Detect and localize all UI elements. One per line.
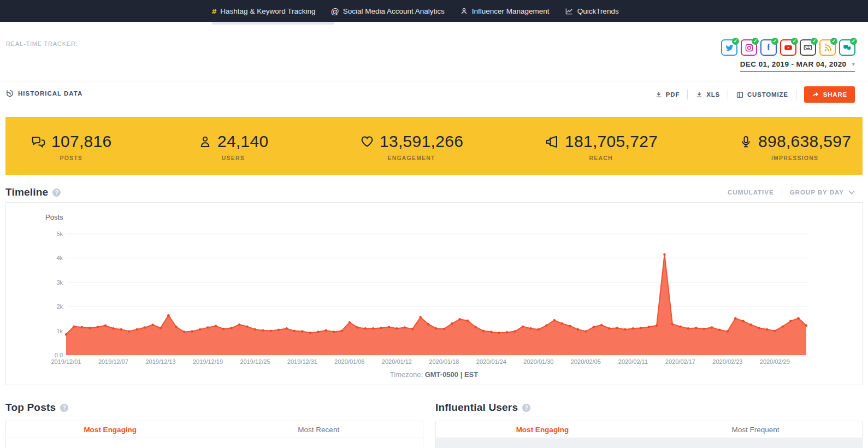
cumulative-toggle[interactable]: CUMULATIVE (728, 189, 774, 196)
facebook-toggle[interactable]: f ✓ (760, 39, 777, 56)
toolbar-separator (796, 90, 796, 99)
trend-chart-icon (565, 7, 574, 15)
tab-social-media-account-analytics[interactable]: @ Social Media Account Analytics (330, 0, 444, 22)
top-posts-header: Top Posts ? (5, 402, 68, 414)
tab-most-engaging[interactable]: Most Engaging (436, 421, 649, 438)
twitter-toggle[interactable]: ✓ (721, 39, 737, 56)
rss-toggle[interactable]: ✓ (819, 39, 836, 56)
youtube-icon (783, 43, 793, 52)
y-axis-tick: 0.0 (55, 352, 63, 358)
export-toolbar: PDF XLS CUSTOMIZE SHARE (655, 86, 855, 103)
summary-stats-banner: 107,816 POSTS 24,140 USERS 13,591,266 EN… (5, 117, 863, 175)
toolbar-separator (728, 90, 728, 99)
timeline-header: Timeline ? (5, 186, 61, 198)
tab-most-frequent[interactable]: Most Frequent (649, 421, 862, 438)
help-icon[interactable]: ? (52, 188, 61, 197)
tab-quicktrends[interactable]: QuickTrends (565, 0, 619, 22)
forums-toggle[interactable]: ✓ (839, 39, 855, 56)
share-label: SHARE (823, 91, 847, 98)
x-axis-tick: 2020/01/30 (523, 358, 553, 365)
stat-impressions: 898,638,597 IMPRESSIONS (739, 132, 851, 161)
instagram-icon (745, 43, 754, 52)
connected-check-icon: ✓ (771, 38, 778, 45)
x-axis-tick: 2019/12/19 (193, 358, 223, 365)
x-axis-tick: 2019/12/31 (287, 358, 317, 365)
x-axis-tick: 2019/12/01 (51, 358, 81, 365)
area-series (66, 255, 806, 355)
timeline-title: Timeline (5, 186, 48, 198)
y-axis-tick: 3k (56, 279, 63, 286)
xls-button[interactable]: XLS (695, 91, 720, 98)
columns-icon (736, 91, 744, 99)
stat-value: 107,816 (51, 132, 112, 151)
tab-influencer-management[interactable]: Influencer Management (460, 0, 550, 22)
header-divider (0, 81, 868, 81)
group-by-dropdown[interactable]: GROUP BY DAY (790, 189, 855, 196)
stat-engagement: 13,591,266 ENGAGEMENT (359, 132, 463, 161)
microphone-icon (739, 134, 753, 149)
download-icon (655, 91, 663, 98)
customize-button[interactable]: CUSTOMIZE (736, 91, 788, 99)
data-point-markers (65, 254, 807, 336)
nav-tabs: # Hashtag & Keyword Tracking @ Social Me… (212, 0, 619, 22)
customize-label: CUSTOMIZE (747, 91, 788, 98)
timeline-chart-card: Posts 5k4k3k2k1k0.02019/12/012019/12/072… (5, 202, 863, 385)
x-axis-tick: 2020/02/29 (760, 358, 790, 365)
stat-label: POSTS (31, 155, 112, 161)
x-axis-tick: 2020/02/11 (618, 358, 648, 365)
historical-data-label: HISTORICAL DATA (18, 90, 82, 97)
help-icon[interactable]: ? (60, 404, 68, 412)
stat-posts: 107,816 POSTS (31, 132, 112, 161)
top-nav: # Hashtag & Keyword Tracking @ Social Me… (0, 0, 868, 22)
xls-label: XLS (706, 91, 720, 98)
influential-users-title: Influential Users (435, 402, 518, 414)
top-posts-title: Top Posts (5, 402, 56, 414)
timeline-chart-svg: 5k4k3k2k1k0.02019/12/012019/12/072019/12… (6, 203, 862, 385)
pdf-label: PDF (666, 91, 680, 98)
help-icon[interactable]: ? (522, 404, 530, 412)
share-button[interactable]: SHARE (804, 86, 855, 103)
connected-check-icon: ✓ (791, 38, 798, 45)
instagram-toggle[interactable]: ✓ (741, 39, 757, 56)
pdf-button[interactable]: PDF (655, 91, 680, 98)
download-icon (695, 91, 703, 98)
x-axis-tick: 2020/01/12 (382, 358, 412, 365)
chevron-down-icon: ▾ (852, 61, 855, 68)
at-icon: @ (330, 7, 339, 16)
timezone-note: Timezone: GMT-0500 | EST (6, 370, 862, 379)
influential-users-tabs: Most Engaging Most Frequent (436, 421, 862, 438)
x-axis-tick: 2020/01/18 (429, 358, 459, 365)
stat-value: 13,591,266 (380, 132, 463, 151)
connected-check-icon: ✓ (811, 38, 818, 45)
stat-value: 898,638,597 (758, 132, 851, 151)
connected-check-icon: ✓ (830, 38, 837, 45)
x-axis-tick: 2020/02/17 (665, 358, 695, 365)
nav-tab-label: QuickTrends (577, 7, 619, 15)
youtube-toggle[interactable]: ✓ (780, 39, 796, 56)
chat-bubbles-icon (31, 134, 46, 150)
stat-reach: 181,705,727 REACH (544, 132, 658, 161)
y-axis-tick: 5k (56, 231, 63, 237)
history-icon (5, 89, 14, 98)
nav-tab-label: Social Media Account Analytics (343, 7, 445, 15)
chevron-down-icon (848, 190, 855, 194)
date-range-selector[interactable]: DEC 01, 2019 - MAR 04, 2020 ▾ (740, 60, 855, 72)
influential-users-card: Most Engaging Most Frequent (435, 421, 863, 448)
x-axis-tick: 2019/12/07 (98, 358, 128, 365)
facebook-icon: f (767, 43, 770, 52)
y-axis-tick: 2k (56, 303, 63, 310)
news-blogs-toggle[interactable]: ✓ (800, 39, 816, 56)
group-by-label: GROUP BY DAY (790, 189, 844, 196)
stat-label: USERS (198, 155, 269, 161)
date-range-text: DEC 01, 2019 - MAR 04, 2020 (740, 60, 847, 68)
tab-most-recent[interactable]: Most Recent (215, 421, 423, 438)
tab-hashtag-keyword-tracking[interactable]: # Hashtag & Keyword Tracking (212, 0, 315, 22)
keyboard-icon (803, 43, 813, 52)
person-icon (460, 7, 468, 15)
x-axis-tick: 2019/12/13 (145, 358, 175, 365)
historical-data-label-group: HISTORICAL DATA (5, 89, 82, 98)
megaphone-icon (544, 134, 560, 150)
tab-most-engaging[interactable]: Most Engaging (6, 421, 215, 438)
stat-value: 181,705,727 (565, 132, 658, 151)
person-icon (198, 134, 212, 149)
